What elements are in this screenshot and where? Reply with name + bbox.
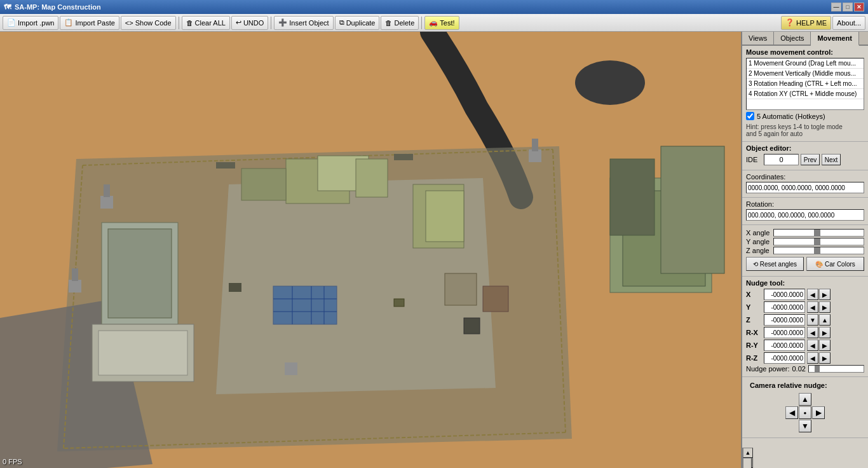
automatic-hotkeys-checkbox[interactable] xyxy=(746,112,754,120)
nudge-x-right-button[interactable]: ▶ xyxy=(819,289,831,300)
nudge-rz-left-button[interactable]: ◀ xyxy=(807,352,818,364)
movement-list-scroll[interactable]: 1 Movement Ground (Drag Left mou... 2 Mo… xyxy=(747,59,864,109)
duplicate-button[interactable]: ⧉ Duplicate xyxy=(335,16,380,30)
svg-rect-28 xyxy=(100,196,113,209)
import-pwn-button[interactable]: 📄 Import .pwn xyxy=(3,16,58,30)
nudge-ry-right-button[interactable]: ▶ xyxy=(819,340,831,351)
nudge-rx-row: R-X ◀ ▶ xyxy=(746,327,864,338)
svg-rect-34 xyxy=(285,362,297,375)
camera-nudge-right-button[interactable]: ▶ xyxy=(812,406,825,419)
svg-rect-39 xyxy=(394,299,404,306)
viewport[interactable]: 0 FPS xyxy=(0,32,741,468)
movement-item-1[interactable]: 1 Movement Ground (Drag Left mou... xyxy=(747,59,864,69)
import-pwn-icon: 📄 xyxy=(7,18,16,27)
reset-angles-icon: ⟲ xyxy=(753,261,760,268)
scroll-up-arrow[interactable]: ▲ xyxy=(743,448,753,458)
nudge-power-slider[interactable] xyxy=(808,365,864,373)
rotation-input[interactable] xyxy=(746,209,864,221)
y-angle-thumb xyxy=(814,238,820,245)
nudge-rz-input[interactable] xyxy=(764,352,805,364)
test-button[interactable]: 🚗 Test! xyxy=(424,16,459,30)
prev-button[interactable]: Prev xyxy=(801,154,820,165)
svg-rect-29 xyxy=(104,184,110,197)
title-bar-controls[interactable]: — □ ✕ xyxy=(831,3,864,11)
test-icon: 🚗 xyxy=(429,18,438,27)
delete-button[interactable]: 🗑 Delete xyxy=(381,16,419,30)
movement-control-section: Mouse movement control: 1 Movement Groun… xyxy=(742,46,868,142)
right-scrollbar[interactable]: ▲ ▼ xyxy=(742,448,752,468)
minimize-button[interactable]: — xyxy=(831,3,841,11)
camera-nudge-up-button[interactable]: ▲ xyxy=(799,393,811,406)
x-angle-row: X angle xyxy=(746,229,864,237)
coordinates-section: Coordinates: xyxy=(742,170,868,198)
z-angle-slider[interactable] xyxy=(773,247,864,254)
tab-views[interactable]: Views xyxy=(742,32,774,45)
svg-rect-43 xyxy=(229,283,241,292)
next-button[interactable]: Next xyxy=(822,154,841,165)
nudge-y-arrows: ◀ ▶ xyxy=(807,301,831,313)
nudge-ry-left-button[interactable]: ◀ xyxy=(807,340,818,351)
delete-label: Delete xyxy=(394,19,414,27)
camera-nudge-label: Camera relative nudge: xyxy=(746,380,864,390)
y-angle-slider[interactable] xyxy=(773,238,864,245)
undo-icon: ↩ xyxy=(236,18,241,27)
x-angle-slider[interactable] xyxy=(773,229,864,237)
reset-angles-button[interactable]: ⟲ Reset angles xyxy=(746,257,804,271)
tab-objects[interactable]: Objects xyxy=(774,32,811,45)
clear-all-icon: 🗑 xyxy=(186,19,193,27)
movement-item-3[interactable]: 3 Rotation Heading (CTRL + Left mo... xyxy=(747,79,864,89)
object-editor-label: Object editor: xyxy=(746,144,864,152)
nudge-x-input[interactable] xyxy=(764,289,805,300)
nudge-ry-input[interactable] xyxy=(764,340,805,351)
nudge-x-left-button[interactable]: ◀ xyxy=(807,289,818,300)
svg-rect-38 xyxy=(610,159,654,235)
nudge-z-down-button[interactable]: ▼ xyxy=(807,314,818,326)
movement-item-2[interactable]: 2 Movement Vertically (Middle mous... xyxy=(747,69,864,79)
nudge-x-row: X ◀ ▶ xyxy=(746,289,864,300)
camera-nudge-center-button[interactable]: ● xyxy=(799,406,811,419)
movement-list[interactable]: 1 Movement Ground (Drag Left mou... 2 Mo… xyxy=(746,58,864,110)
insert-object-button[interactable]: ➕ Insert Object xyxy=(274,16,333,30)
nudge-y-right-button[interactable]: ▶ xyxy=(819,301,831,313)
svg-rect-17 xyxy=(426,191,464,242)
nudge-rx-left-button[interactable]: ◀ xyxy=(807,327,818,338)
title-bar-left: 🗺 SA-MP: Map Construction xyxy=(4,3,101,11)
nudge-ry-arrows: ◀ ▶ xyxy=(807,340,831,351)
movement-item-4[interactable]: 4 Rotation XY (CTRL + Middle mouse) xyxy=(747,89,864,99)
ide-row: IDE Prev Next xyxy=(746,154,864,165)
nudge-x-arrows: ◀ ▶ xyxy=(807,289,831,300)
import-paste-button[interactable]: 📋 Import Paste xyxy=(60,16,119,30)
nudge-z-up-button[interactable]: ▲ xyxy=(819,314,831,326)
duplicate-icon: ⧉ xyxy=(339,18,344,27)
nudge-power-row: Nudge power: 0.02 xyxy=(746,365,864,373)
camera-nudge-left-button[interactable]: ◀ xyxy=(785,406,798,419)
help-me-button[interactable]: ❓ HELP ME xyxy=(781,16,831,30)
close-button[interactable]: ✕ xyxy=(854,3,864,11)
camera-nudge-down-button[interactable]: ▼ xyxy=(799,420,811,432)
import-pwn-label: Import .pwn xyxy=(18,19,54,27)
clear-all-button[interactable]: 🗑 Clear ALL xyxy=(182,16,230,30)
about-button[interactable]: About... xyxy=(832,16,865,30)
tab-movement[interactable]: Movement xyxy=(811,32,858,46)
show-code-button[interactable]: <> Show Code xyxy=(121,16,176,30)
undo-button[interactable]: ↩ UNDO xyxy=(231,16,268,30)
coordinates-input[interactable] xyxy=(746,182,864,193)
maximize-button[interactable]: □ xyxy=(843,3,853,11)
nudge-y-input[interactable] xyxy=(764,301,805,313)
ide-input[interactable] xyxy=(764,154,799,165)
x-angle-label: X angle xyxy=(746,229,771,237)
delete-icon: 🗑 xyxy=(385,19,392,27)
y-angle-label: Y angle xyxy=(746,238,771,245)
svg-rect-13 xyxy=(356,159,388,197)
nudge-z-label: Z xyxy=(746,316,762,324)
car-colors-icon: 🎨 xyxy=(815,261,825,268)
car-colors-button[interactable]: 🎨 Car Colors xyxy=(806,257,864,271)
z-angle-row: Z angle xyxy=(746,247,864,254)
nudge-rx-right-button[interactable]: ▶ xyxy=(819,327,831,338)
nudge-rx-input[interactable] xyxy=(764,327,805,338)
nudge-z-input[interactable] xyxy=(764,314,805,326)
svg-rect-15 xyxy=(108,229,172,318)
nudge-rz-right-button[interactable]: ▶ xyxy=(819,352,831,364)
nudge-y-left-button[interactable]: ◀ xyxy=(807,301,818,313)
ide-label: IDE xyxy=(746,156,762,163)
